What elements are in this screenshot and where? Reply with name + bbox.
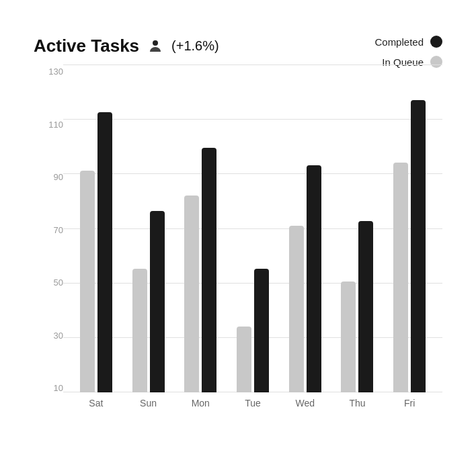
bars-container [63,64,442,392]
y-axis-label: 70 [54,226,63,234]
active-tasks-card: Active Tasks (+1.6%) Completed In Queue … [9,11,467,462]
bar-completed [150,211,165,392]
x-labels: SatSunMonTueWedThuFri [63,392,442,414]
card-title: Active Tasks [34,36,139,56]
x-axis-label: Thu [331,398,384,408]
x-axis-label: Sat [70,398,122,408]
y-axis-label: 130 [48,67,63,76]
legend-completed-label: Completed [374,36,424,48]
bar-in-queue [289,226,304,392]
grid-and-bars: SatSunMonTueWedThuFri [63,64,442,414]
bar-group [227,269,279,392]
change-badge: (+1.6%) [171,38,219,54]
bar-group [279,165,331,392]
bar-group [122,211,175,392]
chart-area: 1030507090110130 SatSunMonTueWedThuFri [34,64,442,414]
bar-group [383,100,436,392]
y-axis-label: 10 [54,384,63,392]
svg-point-0 [153,40,158,46]
bar-completed [307,165,321,392]
y-axis-label: 50 [54,278,63,287]
bar-in-queue [80,171,95,392]
bar-group [174,148,227,392]
bar-group [70,112,122,392]
y-axis-label: 110 [48,120,63,129]
x-axis-label: Wed [279,398,331,408]
bar-completed [411,100,426,392]
bar-completed [202,148,216,392]
x-axis-label: Fri [383,398,436,408]
legend-completed-dot [430,36,442,48]
bar-completed [358,221,373,392]
x-axis-label: Sun [122,398,175,408]
y-axis-label: 90 [54,173,63,181]
bar-in-queue [341,282,356,392]
x-axis-label: Tue [227,398,279,408]
y-axis: 1030507090110130 [34,64,63,414]
bar-in-queue [132,269,147,392]
chart-legend: Completed In Queue [374,36,442,68]
y-axis-label: 30 [54,331,63,340]
bar-group [331,221,384,392]
bar-in-queue [393,163,408,392]
x-axis-label: Mon [174,398,227,408]
person-icon [146,37,165,56]
bar-in-queue [237,327,251,392]
bar-completed [254,269,269,392]
bar-completed [97,112,112,392]
legend-completed: Completed [374,36,442,48]
bar-in-queue [184,196,199,392]
